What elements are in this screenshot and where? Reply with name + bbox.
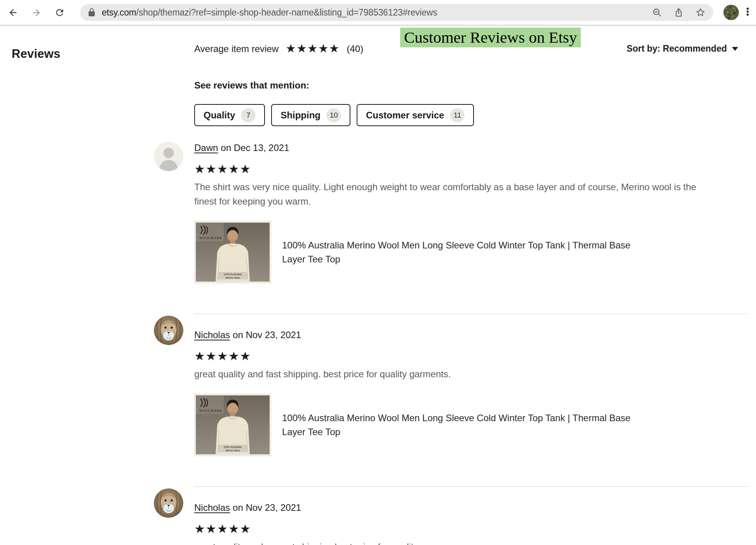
- review-item: Nicholason Nov 23, 2021 ★★★★★ great qual…: [194, 314, 747, 486]
- review-list: Dawnon Dec 13, 2021 ★★★★★ The shirt was …: [194, 142, 747, 545]
- product-thumbnail[interactable]: WOOLMARK 100% Australian Merino Wool: [194, 221, 271, 283]
- chip-count-badge: 7: [241, 108, 256, 122]
- forward-arrow-icon: [31, 7, 42, 18]
- lock-icon: [87, 8, 96, 17]
- url-bar[interactable]: etsy.com/shop/themazi?ref=simple-shop-he…: [80, 4, 713, 21]
- bookmark-star-icon[interactable]: [695, 7, 705, 17]
- reviews-section: See reviews that mention: Quality 7 Ship…: [194, 80, 747, 545]
- forward-button[interactable]: [30, 6, 43, 19]
- review-meta: Nicholason Nov 23, 2021: [194, 330, 747, 340]
- product-title-link[interactable]: 100% Australia Merino Wool Men Long Slee…: [282, 411, 634, 439]
- review-date: on Dec 13, 2021: [221, 142, 289, 153]
- review-text: The shirt was very nice quality. Light e…: [194, 180, 697, 208]
- thumb-caption-line2: Merino Wool: [226, 276, 240, 279]
- review-item: Dawnon Dec 13, 2021 ★★★★★ The shirt was …: [194, 142, 747, 314]
- filter-chip-customer-service[interactable]: Customer service 11: [357, 104, 474, 126]
- reload-icon: [54, 7, 65, 18]
- profile-avatar-icon: [723, 5, 739, 20]
- browser-profile-avatar[interactable]: [723, 5, 739, 20]
- page-title: Reviews: [12, 47, 60, 61]
- star-rating: ★★★★★: [194, 349, 747, 363]
- star-rating: ★★★★★: [194, 162, 747, 176]
- reviewer-avatar[interactable]: [154, 316, 183, 345]
- thumb-caption-line1: 100% Australian: [224, 273, 242, 276]
- purchased-item: WOOLMARK 100% Australian Merino Wool 100…: [194, 394, 747, 456]
- browser-toolbar: etsy.com/shop/themazi?ref=simple-shop-he…: [0, 0, 756, 26]
- review-count: (40): [347, 43, 363, 54]
- mention-filter-chips: Quality 7 Shipping 10 Customer service 1…: [194, 104, 747, 126]
- sort-label: Sort by: Recommended: [627, 43, 727, 54]
- review-date: on Nov 23, 2021: [233, 502, 301, 513]
- reload-button[interactable]: [53, 6, 66, 19]
- reviewer-avatar[interactable]: [154, 488, 183, 518]
- average-review-label: Average item review: [194, 43, 279, 54]
- review-item: Nicholason Nov 23, 2021 ★★★★★ great qual…: [194, 486, 747, 545]
- product-title-link[interactable]: 100% Australia Merino Wool Men Long Slee…: [282, 238, 634, 266]
- star-rating: ★★★★★: [194, 522, 747, 536]
- chevron-down-icon: [732, 47, 738, 51]
- review-text: great quality and prompt shipping best p…: [194, 540, 697, 545]
- reviewer-link[interactable]: Nicholas: [194, 502, 230, 513]
- purchased-item: WOOLMARK 100% Australian Merino Wool 100…: [194, 221, 747, 283]
- back-arrow-icon: [8, 7, 18, 18]
- thumb-caption-line2: Merino Wool: [226, 449, 240, 452]
- woolmark-brand-text: WOOLMARK: [199, 236, 222, 240]
- filter-chip-quality[interactable]: Quality 7: [194, 104, 265, 126]
- share-icon[interactable]: [674, 7, 684, 17]
- average-star-rating: ★★★★★: [286, 42, 340, 55]
- highlight-annotation: Customer Reviews on Etsy: [400, 28, 581, 47]
- filter-chip-shipping[interactable]: Shipping 10: [271, 104, 350, 126]
- chip-label: Shipping: [280, 110, 321, 121]
- average-review-row: Average item review ★★★★★ (40): [194, 43, 363, 55]
- product-thumbnail[interactable]: WOOLMARK 100% Australian Merino Wool: [194, 394, 271, 456]
- product-photo: WOOLMARK 100% Australian Merino Wool: [196, 395, 270, 455]
- browser-menu-button[interactable]: [745, 7, 755, 18]
- reviewer-avatar[interactable]: [154, 142, 183, 171]
- reviewer-link[interactable]: Dawn: [194, 142, 218, 153]
- thumb-caption-line1: 100% Australian: [224, 446, 242, 448]
- review-meta: Dawnon Dec 13, 2021: [194, 142, 747, 153]
- back-button[interactable]: [6, 6, 19, 19]
- mentions-heading: See reviews that mention:: [194, 80, 747, 91]
- review-meta: Nicholason Nov 23, 2021: [194, 502, 747, 513]
- chip-label: Quality: [204, 110, 235, 121]
- three-dot-menu-icon: [745, 7, 755, 17]
- sort-dropdown[interactable]: Sort by: Recommended: [627, 43, 738, 54]
- person-silhouette-icon: [154, 142, 183, 171]
- review-text: great quality and fast shipping. best pr…: [194, 367, 697, 381]
- chip-label: Customer service: [366, 110, 444, 121]
- lion-avatar-icon: [154, 488, 183, 518]
- lion-avatar-icon: [154, 316, 183, 345]
- url-text: etsy.com/shop/themazi?ref=simple-shop-he…: [102, 7, 437, 18]
- reviewer-link[interactable]: Nicholas: [194, 330, 230, 340]
- url-domain: etsy.com: [102, 7, 136, 17]
- chip-count-badge: 11: [450, 108, 465, 122]
- url-path: /shop/themazi?ref=simple-shop-header-nam…: [136, 7, 437, 17]
- woolmark-brand-text: WOOLMARK: [199, 409, 222, 413]
- product-photo: WOOLMARK 100% Australian Merino Wool: [196, 222, 270, 282]
- zoom-out-icon[interactable]: [652, 7, 662, 17]
- chip-count-badge: 10: [326, 108, 341, 122]
- review-date: on Nov 23, 2021: [233, 330, 301, 340]
